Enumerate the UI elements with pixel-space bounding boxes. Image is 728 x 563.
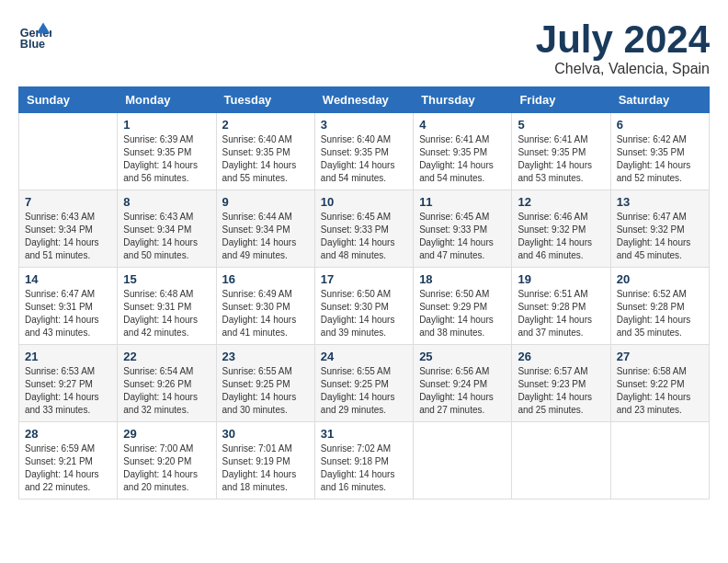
day-info: Sunrise: 6:39 AMSunset: 9:35 PMDaylight:… [123,133,210,185]
day-info: Sunrise: 7:00 AMSunset: 9:20 PMDaylight:… [123,442,210,494]
calendar-day-cell: 2Sunrise: 6:40 AMSunset: 9:35 PMDaylight… [216,113,314,190]
day-number: 6 [617,118,703,132]
calendar-body: 1Sunrise: 6:39 AMSunset: 9:35 PMDaylight… [19,113,710,500]
day-info: Sunrise: 6:40 AMSunset: 9:35 PMDaylight:… [222,133,309,185]
calendar-day-cell: 12Sunrise: 6:46 AMSunset: 9:32 PMDayligh… [512,190,610,268]
day-number: 11 [419,195,506,209]
calendar-day-cell: 27Sunrise: 6:58 AMSunset: 9:22 PMDayligh… [610,345,709,422]
day-info: Sunrise: 6:53 AMSunset: 9:27 PMDaylight:… [25,365,111,417]
day-info: Sunrise: 6:58 AMSunset: 9:22 PMDaylight:… [617,365,703,417]
calendar-day-cell: 6Sunrise: 6:42 AMSunset: 9:35 PMDaylight… [610,113,709,190]
day-info: Sunrise: 6:47 AMSunset: 9:32 PMDaylight:… [617,211,703,262]
day-info: Sunrise: 6:50 AMSunset: 9:29 PMDaylight:… [419,288,506,339]
day-number: 14 [25,272,111,286]
day-number: 26 [518,350,604,363]
calendar-week-row: 1Sunrise: 6:39 AMSunset: 9:35 PMDaylight… [19,113,710,190]
day-number: 7 [25,195,111,209]
calendar-day-cell: 11Sunrise: 6:45 AMSunset: 9:33 PMDayligh… [414,190,512,268]
day-info: Sunrise: 6:47 AMSunset: 9:31 PMDaylight:… [25,288,111,339]
calendar-day-cell: 31Sunrise: 7:02 AMSunset: 9:18 PMDayligh… [314,422,413,500]
calendar-day-cell: 28Sunrise: 6:59 AMSunset: 9:21 PMDayligh… [19,422,118,500]
day-number: 8 [123,195,210,209]
calendar-day-cell: 1Sunrise: 6:39 AMSunset: 9:35 PMDaylight… [118,113,216,190]
weekday-header-cell: Saturday [610,87,709,113]
day-info: Sunrise: 6:51 AMSunset: 9:28 PMDaylight:… [518,288,604,339]
weekday-header-cell: Sunday [19,87,118,113]
day-info: Sunrise: 6:43 AMSunset: 9:34 PMDaylight:… [123,211,210,262]
calendar-day-cell: 30Sunrise: 7:01 AMSunset: 9:19 PMDayligh… [216,422,314,500]
day-number: 19 [518,272,604,286]
day-info: Sunrise: 6:55 AMSunset: 9:25 PMDaylight:… [321,365,407,417]
day-number: 16 [222,272,309,286]
day-info: Sunrise: 6:41 AMSunset: 9:35 PMDaylight:… [518,133,604,185]
day-number: 4 [419,118,506,132]
main-title: July 2024 [536,18,710,61]
day-number: 13 [617,195,703,209]
day-number: 22 [123,350,210,363]
day-number: 20 [617,272,703,286]
calendar-day-cell: 5Sunrise: 6:41 AMSunset: 9:35 PMDaylight… [512,113,610,190]
day-number: 5 [518,118,604,132]
title-area: July 2024 Chelva, Valencia, Spain [536,18,710,77]
weekday-header-cell: Tuesday [216,87,314,113]
weekday-header-cell: Friday [512,87,610,113]
day-info: Sunrise: 6:45 AMSunset: 9:33 PMDaylight:… [321,211,407,262]
day-number: 10 [321,195,407,209]
logo-icon: General Blue [18,18,51,52]
calendar-day-cell: 10Sunrise: 6:45 AMSunset: 9:33 PMDayligh… [314,190,413,268]
header: General Blue July 2024 Chelva, Valencia,… [18,18,710,77]
calendar-week-row: 28Sunrise: 6:59 AMSunset: 9:21 PMDayligh… [19,422,710,500]
calendar-day-cell [414,422,512,500]
day-info: Sunrise: 6:43 AMSunset: 9:34 PMDaylight:… [25,211,111,262]
calendar-day-cell: 23Sunrise: 6:55 AMSunset: 9:25 PMDayligh… [216,345,314,422]
day-info: Sunrise: 6:44 AMSunset: 9:34 PMDaylight:… [222,211,309,262]
day-info: Sunrise: 6:48 AMSunset: 9:31 PMDaylight:… [123,288,210,339]
sub-title: Chelva, Valencia, Spain [536,61,710,77]
logo: General Blue [18,18,51,52]
calendar-day-cell: 15Sunrise: 6:48 AMSunset: 9:31 PMDayligh… [118,268,216,345]
day-info: Sunrise: 6:59 AMSunset: 9:21 PMDaylight:… [25,442,111,494]
svg-text:Blue: Blue [20,38,45,51]
calendar-day-cell: 9Sunrise: 6:44 AMSunset: 9:34 PMDaylight… [216,190,314,268]
day-info: Sunrise: 6:49 AMSunset: 9:30 PMDaylight:… [222,288,309,339]
day-number: 1 [123,118,210,132]
calendar-day-cell: 14Sunrise: 6:47 AMSunset: 9:31 PMDayligh… [19,268,118,345]
calendar-day-cell: 18Sunrise: 6:50 AMSunset: 9:29 PMDayligh… [414,268,512,345]
weekday-header-cell: Monday [118,87,216,113]
day-number: 15 [123,272,210,286]
day-info: Sunrise: 6:56 AMSunset: 9:24 PMDaylight:… [419,365,506,417]
calendar-day-cell: 20Sunrise: 6:52 AMSunset: 9:28 PMDayligh… [610,268,709,345]
day-number: 28 [25,427,111,441]
calendar-week-row: 21Sunrise: 6:53 AMSunset: 9:27 PMDayligh… [19,345,710,422]
day-info: Sunrise: 6:52 AMSunset: 9:28 PMDaylight:… [617,288,703,339]
calendar-day-cell [19,113,118,190]
day-number: 9 [222,195,309,209]
calendar-day-cell: 7Sunrise: 6:43 AMSunset: 9:34 PMDaylight… [19,190,118,268]
calendar-day-cell [610,422,709,500]
day-info: Sunrise: 6:45 AMSunset: 9:33 PMDaylight:… [419,211,506,262]
calendar-week-row: 14Sunrise: 6:47 AMSunset: 9:31 PMDayligh… [19,268,710,345]
calendar-day-cell: 4Sunrise: 6:41 AMSunset: 9:35 PMDaylight… [414,113,512,190]
calendar-day-cell: 8Sunrise: 6:43 AMSunset: 9:34 PMDaylight… [118,190,216,268]
day-number: 23 [222,350,309,363]
calendar-day-cell: 17Sunrise: 6:50 AMSunset: 9:30 PMDayligh… [314,268,413,345]
day-number: 24 [321,350,407,363]
day-number: 21 [25,350,111,363]
weekday-header-cell: Thursday [414,87,512,113]
calendar-week-row: 7Sunrise: 6:43 AMSunset: 9:34 PMDaylight… [19,190,710,268]
day-number: 25 [419,350,506,363]
day-info: Sunrise: 6:55 AMSunset: 9:25 PMDaylight:… [222,365,309,417]
calendar-day-cell: 24Sunrise: 6:55 AMSunset: 9:25 PMDayligh… [314,345,413,422]
day-number: 2 [222,118,309,132]
day-info: Sunrise: 6:54 AMSunset: 9:26 PMDaylight:… [123,365,210,417]
weekday-header-row: SundayMondayTuesdayWednesdayThursdayFrid… [19,87,710,113]
day-number: 30 [222,427,309,441]
calendar-day-cell: 29Sunrise: 7:00 AMSunset: 9:20 PMDayligh… [118,422,216,500]
calendar-day-cell: 22Sunrise: 6:54 AMSunset: 9:26 PMDayligh… [118,345,216,422]
day-number: 31 [321,427,407,441]
day-info: Sunrise: 6:40 AMSunset: 9:35 PMDaylight:… [321,133,407,185]
day-info: Sunrise: 6:50 AMSunset: 9:30 PMDaylight:… [321,288,407,339]
day-info: Sunrise: 7:02 AMSunset: 9:18 PMDaylight:… [321,442,407,494]
calendar-day-cell: 26Sunrise: 6:57 AMSunset: 9:23 PMDayligh… [512,345,610,422]
calendar-day-cell: 25Sunrise: 6:56 AMSunset: 9:24 PMDayligh… [414,345,512,422]
